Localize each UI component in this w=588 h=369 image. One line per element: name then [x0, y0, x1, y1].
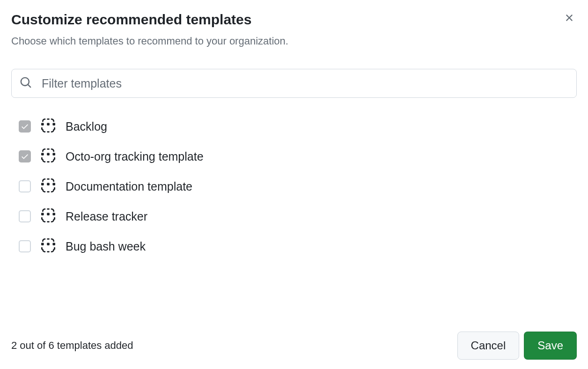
- project-template-icon: [41, 178, 55, 194]
- template-row: Backlog: [19, 118, 577, 134]
- template-label: Backlog: [66, 120, 107, 133]
- dialog-footer: 2 out of 6 templates added Cancel Save: [11, 332, 577, 360]
- header-text: Customize recommended templates Choose w…: [11, 10, 288, 47]
- template-checkbox[interactable]: [19, 180, 31, 192]
- customize-templates-dialog: Customize recommended templates Choose w…: [0, 0, 588, 369]
- close-button[interactable]: [562, 10, 577, 25]
- dialog-subtitle: Choose which templates to recommend to y…: [11, 35, 288, 47]
- template-row: Octo-org tracking template: [19, 148, 577, 164]
- template-label: Documentation template: [66, 180, 192, 193]
- dialog-title: Customize recommended templates: [11, 10, 288, 29]
- project-template-icon: [41, 238, 55, 254]
- templates-list: Backlog Octo-org tracking template Docum…: [11, 118, 577, 254]
- filter-templates-input[interactable]: [11, 69, 577, 98]
- template-label: Release tracker: [66, 210, 147, 223]
- close-icon: [564, 12, 575, 23]
- template-label: Bug bash week: [66, 240, 146, 253]
- template-checkbox[interactable]: [19, 240, 31, 252]
- template-checkbox[interactable]: [19, 210, 31, 222]
- template-row: Documentation template: [19, 178, 577, 194]
- project-template-icon: [41, 148, 55, 164]
- save-button[interactable]: Save: [524, 332, 577, 360]
- template-row: Bug bash week: [19, 238, 577, 254]
- template-checkbox[interactable]: [19, 120, 31, 133]
- template-row: Release tracker: [19, 208, 577, 224]
- project-template-icon: [41, 208, 55, 224]
- template-checkbox[interactable]: [19, 150, 31, 162]
- footer-actions: Cancel Save: [457, 332, 577, 360]
- dialog-header: Customize recommended templates Choose w…: [11, 10, 577, 47]
- cancel-button[interactable]: Cancel: [457, 332, 520, 360]
- status-text: 2 out of 6 templates added: [11, 339, 133, 352]
- project-template-icon: [41, 118, 55, 134]
- search-container: [11, 69, 577, 98]
- template-label: Octo-org tracking template: [66, 150, 204, 163]
